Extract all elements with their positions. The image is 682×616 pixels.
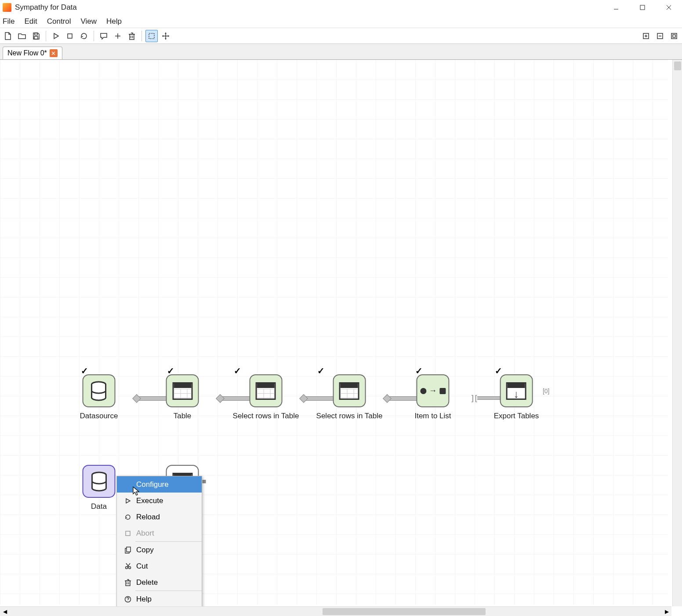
svg-rect-1 (640, 5, 645, 10)
svg-rect-19 (671, 33, 677, 39)
tab-close-icon[interactable]: ✕ (50, 49, 58, 57)
output-port[interactable] (203, 480, 206, 483)
node-label: Datasource (80, 412, 118, 420)
node-table[interactable]: ✓ Table (166, 374, 199, 420)
svg-rect-4 (35, 33, 37, 35)
check-icon: ✓ (234, 366, 241, 376)
trash-icon (123, 579, 133, 586)
svg-rect-6 (68, 34, 72, 38)
svg-rect-5 (34, 36, 38, 39)
svg-rect-23 (126, 531, 130, 536)
ctx-copy[interactable]: Copy (117, 542, 202, 558)
node-select-rows-2[interactable]: ✓ Select rows in Table (316, 374, 383, 420)
flow-canvas[interactable]: ][][ ✓ Datasource ✓ Table ✓ Select rows … (0, 60, 668, 605)
zoom-out-button[interactable] (654, 30, 666, 42)
zoom-in-button[interactable] (640, 30, 652, 42)
context-menu: Configure Execute Reload Abort Copy Cu (116, 476, 202, 616)
scroll-left-icon[interactable]: ◀ (0, 607, 10, 616)
open-file-button[interactable] (16, 30, 28, 42)
close-button[interactable] (656, 0, 682, 15)
svg-rect-24 (127, 547, 131, 552)
add-button[interactable] (112, 30, 124, 42)
help-icon (123, 596, 133, 603)
play-icon (123, 498, 133, 504)
horizontal-scrollbar[interactable]: ◀ ▶ (0, 606, 671, 616)
node-label: Item to List (414, 412, 451, 420)
svg-point-26 (128, 567, 131, 569)
ctx-reload[interactable]: Reload (117, 509, 202, 525)
menu-file[interactable]: File (3, 17, 15, 26)
stop-icon (123, 530, 133, 536)
minimize-button[interactable] (603, 0, 629, 15)
node-label: Select rows in Table (316, 412, 383, 420)
delete-button[interactable] (126, 30, 138, 42)
tab-label: New Flow 0* (7, 49, 47, 57)
ctx-configure[interactable]: Configure (117, 476, 202, 493)
svg-rect-20 (673, 35, 675, 37)
tabs-bar: New Flow 0* ✕ (0, 44, 682, 60)
svg-point-32 (127, 601, 128, 601)
toolbar (0, 28, 682, 44)
menubar: File Edit Control View Help (0, 15, 682, 28)
new-file-button[interactable] (2, 30, 14, 42)
node-datasource[interactable]: ✓ Datasource (80, 374, 118, 420)
node-label: Export Tables (494, 412, 539, 420)
window-title: Sympathy for Data (15, 3, 77, 12)
maximize-button[interactable] (629, 0, 656, 15)
pan-tool-button[interactable] (160, 30, 172, 42)
menu-view[interactable]: View (81, 17, 97, 26)
ctx-help[interactable]: Help (117, 591, 202, 607)
node-label: Data (91, 502, 107, 511)
copy-icon (123, 547, 133, 554)
refresh-icon (123, 514, 133, 521)
cut-icon (123, 563, 133, 569)
comment-button[interactable] (98, 30, 110, 42)
canvas-area[interactable]: ][][ ✓ Datasource ✓ Table ✓ Select rows … (0, 60, 682, 616)
node-label: Table (174, 412, 192, 420)
app-icon (3, 3, 11, 12)
zoom-fit-button[interactable] (668, 30, 680, 42)
play-button[interactable] (50, 30, 62, 42)
svg-point-25 (125, 567, 127, 569)
svg-rect-11 (149, 33, 154, 39)
ctx-execute[interactable]: Execute (117, 493, 202, 509)
ctx-cut[interactable]: Cut (117, 558, 202, 574)
scroll-right-icon[interactable]: ▶ (662, 607, 671, 616)
selection-tool-button[interactable] (145, 30, 158, 42)
node-select-rows-1[interactable]: ✓ Select rows in Table (233, 374, 299, 420)
reload-button[interactable] (78, 30, 90, 42)
ctx-abort: Abort (117, 525, 202, 541)
menu-control[interactable]: Control (47, 17, 71, 26)
check-icon: ✓ (495, 366, 502, 376)
menu-edit[interactable]: Edit (24, 17, 37, 26)
scrollbar-thumb[interactable] (323, 608, 486, 615)
node-item-to-list[interactable]: ✓ → Item to List (414, 374, 451, 420)
menu-help[interactable]: Help (106, 17, 122, 26)
check-icon: ✓ (317, 366, 325, 376)
vertical-scrollbar[interactable] (672, 60, 682, 606)
port-label: [0] (543, 388, 550, 395)
node-datasource-2[interactable]: Data (83, 465, 116, 511)
ctx-delete[interactable]: Delete (117, 574, 202, 591)
tab-new-flow[interactable]: New Flow 0* ✕ (3, 47, 62, 59)
titlebar: Sympathy for Data (0, 0, 682, 15)
save-button[interactable] (30, 30, 42, 42)
node-export-tables[interactable]: ✓ ↓ [0] Export Tables (494, 374, 539, 420)
stop-button[interactable] (64, 30, 76, 42)
node-label: Select rows in Table (233, 412, 299, 420)
